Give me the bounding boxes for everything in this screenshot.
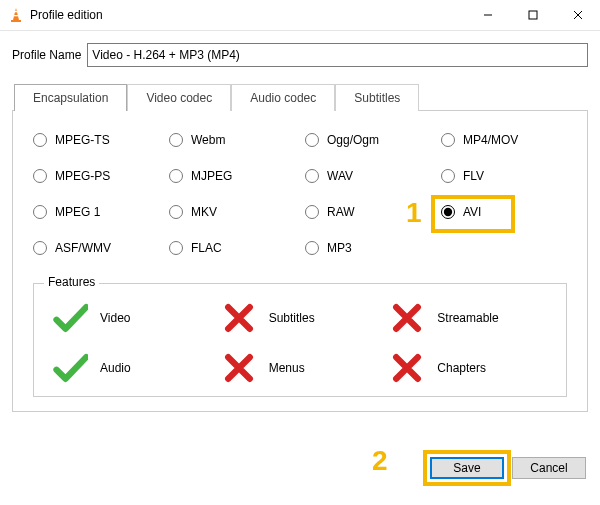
tab-encapsulation[interactable]: Encapsulation [14,84,127,111]
svg-rect-3 [11,20,21,22]
cross-icon [221,350,257,386]
svg-marker-0 [13,8,19,20]
format-radio-raw[interactable] [305,205,319,219]
format-option-ogg[interactable]: Ogg/Ogm [305,133,431,147]
format-option-asf[interactable]: ASF/WMV [33,241,159,255]
features-group: Features VideoSubtitlesStreamableAudioMe… [33,283,567,397]
format-option-mjpeg[interactable]: MJPEG [169,169,295,183]
dialog-button-row: 2 Save Cancel [0,445,600,505]
minimize-button[interactable] [465,0,510,30]
format-option-mp4[interactable]: MP4/MOV [441,133,567,147]
window-controls [465,0,600,30]
check-icon [52,350,88,386]
feature-video: Video [52,300,211,336]
format-label: FLV [463,169,484,183]
format-radio-webm[interactable] [169,133,183,147]
format-radio-asf[interactable] [33,241,47,255]
format-option-flv[interactable]: FLV [441,169,567,183]
format-label: MJPEG [191,169,232,183]
format-radio-avi[interactable] [441,205,455,219]
format-label: MPEG 1 [55,205,100,219]
callout-number-two: 2 [372,445,388,477]
tab-subtitles[interactable]: Subtitles [335,84,419,111]
format-label: ASF/WMV [55,241,111,255]
close-button[interactable] [555,0,600,30]
window-title: Profile edition [30,8,465,22]
format-label: Webm [191,133,225,147]
format-radio-mp3[interactable] [305,241,319,255]
format-label: RAW [327,205,355,219]
cancel-button[interactable]: Cancel [512,457,586,479]
format-label: FLAC [191,241,222,255]
format-radio-mkv[interactable] [169,205,183,219]
format-option-wav[interactable]: WAV [305,169,431,183]
format-label: Ogg/Ogm [327,133,379,147]
svg-rect-2 [13,15,19,16]
feature-audio: Audio [52,350,211,386]
feature-menus: Menus [221,350,380,386]
feature-subtitles: Subtitles [221,300,380,336]
tabs: Encapsulation Video codec Audio codec Su… [12,83,588,445]
svg-rect-1 [14,11,18,12]
check-icon [52,300,88,336]
format-option-mpeg_ts[interactable]: MPEG-TS [33,133,159,147]
vlc-cone-icon [8,7,24,23]
format-radio-wav[interactable] [305,169,319,183]
save-button[interactable]: Save [430,457,504,479]
format-label: AVI [463,205,481,219]
format-radio-mpeg_ps[interactable] [33,169,47,183]
format-label: MP4/MOV [463,133,518,147]
format-option-avi[interactable]: AVI1 [441,205,567,219]
format-option-mp3[interactable]: MP3 [305,241,431,255]
format-option-mpeg1[interactable]: MPEG 1 [33,205,159,219]
tab-panel-encapsulation: MPEG-TSWebmOgg/OgmMP4/MOVMPEG-PSMJPEGWAV… [12,110,588,412]
profile-edition-window: Profile edition Profile Name [0,0,600,505]
format-radio-ogg[interactable] [305,133,319,147]
format-label: MPEG-TS [55,133,110,147]
encapsulation-format-grid: MPEG-TSWebmOgg/OgmMP4/MOVMPEG-PSMJPEGWAV… [33,133,567,255]
profile-name-label: Profile Name [12,48,81,62]
feature-label: Chapters [437,361,486,375]
feature-label: Subtitles [269,311,315,325]
format-radio-mpeg_ts[interactable] [33,133,47,147]
format-option-webm[interactable]: Webm [169,133,295,147]
feature-label: Menus [269,361,305,375]
format-label: MP3 [327,241,352,255]
titlebar: Profile edition [0,0,600,31]
features-legend: Features [44,275,99,289]
format-radio-flac[interactable] [169,241,183,255]
feature-label: Audio [100,361,131,375]
tab-strip: Encapsulation Video codec Audio codec Su… [14,84,588,111]
format-radio-mp4[interactable] [441,133,455,147]
format-radio-mpeg1[interactable] [33,205,47,219]
format-label: MKV [191,205,217,219]
tab-audio-codec[interactable]: Audio codec [231,84,335,111]
profile-name-input[interactable] [87,43,588,67]
format-radio-mjpeg[interactable] [169,169,183,183]
cross-icon [389,350,425,386]
format-option-flac[interactable]: FLAC [169,241,295,255]
feature-label: Video [100,311,130,325]
svg-rect-5 [529,11,537,19]
content-area: Profile Name Encapsulation Video codec A… [0,31,600,445]
cross-icon [389,300,425,336]
feature-label: Streamable [437,311,498,325]
tab-video-codec[interactable]: Video codec [127,84,231,111]
feature-streamable: Streamable [389,300,548,336]
format-label: WAV [327,169,353,183]
feature-chapters: Chapters [389,350,548,386]
format-option-raw[interactable]: RAW [305,205,431,219]
format-option-mpeg_ps[interactable]: MPEG-PS [33,169,159,183]
maximize-button[interactable] [510,0,555,30]
cross-icon [221,300,257,336]
format-label: MPEG-PS [55,169,110,183]
features-grid: VideoSubtitlesStreamableAudioMenusChapte… [52,300,548,386]
profile-name-row: Profile Name [12,43,588,67]
format-radio-flv[interactable] [441,169,455,183]
format-option-mkv[interactable]: MKV [169,205,295,219]
